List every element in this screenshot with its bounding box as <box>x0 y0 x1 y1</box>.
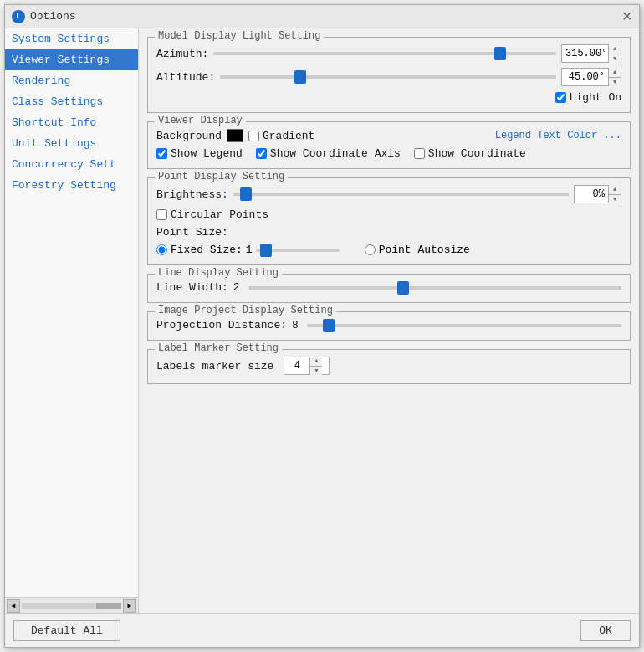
sidebar-item-rendering[interactable]: Rendering <box>5 70 138 91</box>
sidebar-item-forestry[interactable]: Forestry Setting <box>5 175 138 196</box>
circular-points-label[interactable]: Circular Points <box>156 208 268 221</box>
line-width-thumb[interactable] <box>397 281 409 295</box>
sidebar-item-unit-settings[interactable]: Unit Settings <box>5 133 138 154</box>
line-width-slider[interactable] <box>248 286 621 290</box>
label-marker-label: Label Marker Setting <box>155 342 282 354</box>
point-size-label-row: Point Size: <box>156 226 621 239</box>
viewer-display-section: Viewer Display Background Gradient Legen… <box>147 121 631 169</box>
line-display-label: Line Display Setting <box>155 267 282 279</box>
close-button[interactable]: ✕ <box>621 10 632 23</box>
fixed-size-radio-label[interactable]: Fixed Size: <box>156 244 243 256</box>
show-coord-checkbox[interactable] <box>414 148 425 159</box>
show-coord-axis-label[interactable]: Show Coordinate Axis <box>256 147 401 160</box>
point-display-section: Point Display Setting Brightness: ▲ <box>147 177 631 265</box>
scroll-thumb <box>96 603 121 609</box>
light-on-row: Light On <box>156 91 621 104</box>
altitude-slider[interactable] <box>220 75 556 79</box>
altitude-down-arrow[interactable]: ▼ <box>609 78 621 87</box>
show-coord-text: Show Coordinate <box>428 147 526 160</box>
sidebar-item-viewer-settings[interactable]: Viewer Settings <box>5 49 138 70</box>
brightness-slider[interactable] <box>233 193 569 196</box>
point-display-label: Point Display Setting <box>155 171 288 182</box>
sidebar-item-system-settings[interactable]: System Settings <box>5 28 138 49</box>
labels-input[interactable] <box>284 360 309 372</box>
show-legend-text: Show Legend <box>171 147 243 160</box>
autosize-radio[interactable] <box>365 244 376 255</box>
brightness-thumb[interactable] <box>240 187 252 201</box>
point-size-label: Point Size: <box>156 226 228 239</box>
azimuth-input[interactable] <box>562 48 608 59</box>
fixed-size-slider[interactable] <box>256 249 340 252</box>
fixed-size-thumb[interactable] <box>260 244 272 257</box>
altitude-input[interactable] <box>562 71 608 83</box>
azimuth-thumb[interactable] <box>494 47 506 60</box>
window-title: Options <box>30 10 76 23</box>
brightness-up-arrow[interactable]: ▲ <box>609 185 621 195</box>
projection-slider[interactable] <box>307 324 621 327</box>
azimuth-down-arrow[interactable]: ▼ <box>609 54 621 64</box>
label-marker-section: Label Marker Setting Labels marker size … <box>147 349 631 384</box>
fixed-size-radio[interactable] <box>156 244 167 255</box>
scroll-left-arrow[interactable]: ◀ <box>7 599 20 613</box>
default-all-button[interactable]: Default All <box>13 620 120 641</box>
brightness-down-arrow[interactable]: ▼ <box>609 195 621 204</box>
circular-points-checkbox[interactable] <box>156 209 167 220</box>
gradient-checkbox[interactable] <box>248 131 259 141</box>
background-label: Background <box>156 130 222 142</box>
sidebar: System Settings Viewer Settings Renderin… <box>5 28 139 613</box>
line-width-value: 2 <box>233 281 240 294</box>
azimuth-slider[interactable] <box>213 52 556 55</box>
azimuth-up-arrow[interactable]: ▲ <box>609 44 621 54</box>
circular-row: Circular Points <box>156 208 621 221</box>
azimuth-spin[interactable]: ▲ ▼ <box>561 44 621 63</box>
fixed-size-section: Fixed Size: 1 <box>156 244 340 256</box>
light-on-checkbox[interactable] <box>555 92 566 103</box>
show-coord-label[interactable]: Show Coordinate <box>414 147 526 160</box>
show-coord-axis-checkbox[interactable] <box>256 148 267 159</box>
scroll-right-arrow[interactable]: ▶ <box>123 599 136 613</box>
gradient-checkbox-label[interactable]: Gradient <box>248 130 314 142</box>
brightness-row: Brightness: ▲ ▼ <box>156 185 621 203</box>
labels-up-arrow[interactable]: ▲ <box>310 357 322 367</box>
projection-value: 8 <box>292 319 299 331</box>
light-on-checkbox-label[interactable]: Light On <box>555 91 621 104</box>
legend-text-btn[interactable]: Legend Text Color ... <box>495 130 621 141</box>
brightness-input[interactable] <box>575 188 608 200</box>
labels-spin[interactable]: ▲ ▼ <box>284 357 330 375</box>
labels-down-arrow[interactable]: ▼ <box>310 367 322 376</box>
autosize-radio-label[interactable]: Point Autosize <box>365 244 470 256</box>
ok-button[interactable]: OK <box>580 620 631 641</box>
altitude-spin[interactable]: ▲ ▼ <box>561 68 621 86</box>
altitude-spin-arrows: ▲ ▼ <box>608 68 621 86</box>
scroll-track <box>22 603 121 609</box>
altitude-thumb[interactable] <box>294 70 306 84</box>
brightness-spin-arrows: ▲ ▼ <box>608 185 621 203</box>
projection-label: Projection Distance: <box>156 319 287 331</box>
brightness-spin[interactable]: ▲ ▼ <box>574 185 621 203</box>
autosize-text: Point Autosize <box>379 244 470 256</box>
line-width-label: Line Width: <box>156 281 228 294</box>
azimuth-spin-arrows: ▲ ▼ <box>608 44 621 63</box>
line-width-row: Line Width: 2 <box>156 281 621 294</box>
circular-points-text: Circular Points <box>171 208 268 221</box>
sidebar-item-class-settings[interactable]: Class Settings <box>5 91 138 112</box>
brightness-label: Brightness: <box>156 188 228 201</box>
point-size-row: Fixed Size: 1 Point Autosize <box>156 244 621 256</box>
altitude-label: Altitude: <box>156 71 215 84</box>
viewer-row1: Background Gradient Legend Text Color ..… <box>156 129 621 142</box>
show-legend-label[interactable]: Show Legend <box>156 147 243 160</box>
altitude-up-arrow[interactable]: ▲ <box>609 68 621 78</box>
title-bar: L Options ✕ <box>5 5 639 28</box>
azimuth-label: Azimuth: <box>156 48 208 60</box>
projection-track <box>307 324 621 327</box>
model-display-section: Model Display Light Setting Azimuth: ▲ <box>147 37 631 113</box>
sidebar-item-concurrency[interactable]: Concurrency Sett <box>5 154 138 175</box>
altitude-row: Altitude: ▲ ▼ <box>156 68 621 86</box>
main-content: System Settings Viewer Settings Renderin… <box>5 28 639 613</box>
altitude-slider-container <box>220 75 556 79</box>
sidebar-item-shortcut-info[interactable]: Shortcut Info <box>5 112 138 133</box>
show-legend-checkbox[interactable] <box>156 148 167 159</box>
projection-thumb[interactable] <box>323 319 335 332</box>
image-project-label: Image Project Display Setting <box>155 305 336 316</box>
background-color-box[interactable] <box>227 129 243 142</box>
